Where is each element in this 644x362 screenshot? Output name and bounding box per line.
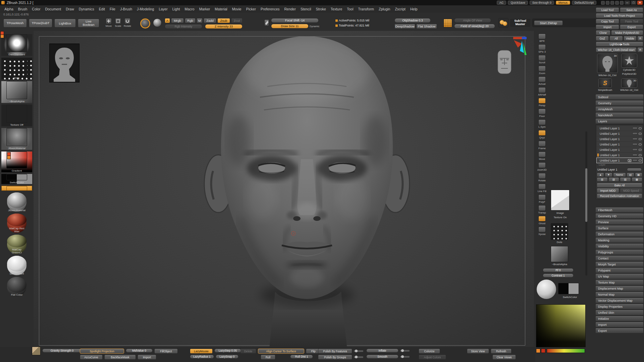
start-zwrap-button[interactable]: Start ZWrap (534, 20, 563, 25)
active-layer-name[interactable]: Untitled Layer 1 (597, 168, 626, 171)
make-polymesh3d-button[interactable]: Make PolyMesh3D (611, 30, 643, 35)
mrgb-button[interactable]: Mrgb (171, 18, 184, 23)
menu-item[interactable]: Movie (230, 5, 244, 13)
midvalue-slider[interactable]: MidValue 0 (126, 349, 153, 353)
palette-section[interactable]: Deformation (596, 232, 643, 237)
goz-button[interactable]: GoZ (596, 36, 609, 41)
roll-button[interactable]: Roll (261, 355, 275, 360)
palette-section[interactable]: Initialize (596, 316, 643, 321)
gravity-strength-slider[interactable]: Gravity Strength 0 (42, 349, 82, 353)
backfacemask-button[interactable]: BackfaceMask (104, 355, 136, 360)
faceplane-icon[interactable] (497, 50, 512, 74)
shelf-thumbnail[interactable] (6, 105, 27, 123)
layer-intensity-slider[interactable] (632, 148, 638, 151)
refresh-button[interactable]: Refresh (491, 349, 512, 354)
right-shelf-button[interactable]: Rotate (538, 173, 546, 182)
colorize-button[interactable]: Colorize (419, 349, 440, 354)
sculpt-canvas[interactable] (34, 31, 534, 347)
flatshadow-button[interactable]: Flat Shadow (416, 24, 437, 29)
palette-section[interactable]: Surface (596, 226, 643, 231)
fillobject-button[interactable]: FillObject (154, 349, 178, 354)
palette-section[interactable]: Masking (596, 238, 643, 243)
layer-intensity-slider[interactable] (632, 154, 638, 156)
palette-section[interactable]: Morph Target (596, 262, 643, 267)
close-button[interactable]: ✕ (637, 1, 643, 5)
axis-gizmo[interactable] (512, 36, 529, 60)
menu-item[interactable]: Render (282, 5, 298, 13)
palette-section[interactable]: Polypaint (596, 268, 643, 273)
spotlight-projection-button[interactable]: Spotlight Projection (80, 349, 124, 354)
copy-tool-button[interactable]: Copy Tool (596, 19, 619, 24)
shelf-item[interactable]: ~BrushAlpha (1, 81, 32, 103)
layer-intensity-slider[interactable] (632, 143, 638, 145)
menu-item[interactable]: Marker (197, 5, 213, 13)
zadd-button[interactable]: Zadd (204, 18, 216, 23)
shelf-item[interactable]: SwitchColor (1, 174, 32, 184)
panel-scrollbar[interactable] (585, 131, 587, 276)
layer-visibility-icon[interactable] (639, 143, 642, 145)
paste-tool-button[interactable]: Paste Tool (620, 19, 643, 24)
cylinder3d-thumbnail[interactable] (621, 54, 637, 68)
accucurve-button[interactable]: AccuCurve (80, 355, 103, 360)
menu-item[interactable]: Draw (63, 5, 76, 13)
menu-item[interactable]: J-Modeling (135, 5, 156, 13)
shelf-item[interactable]: Texture Off (1, 105, 32, 126)
zcut-button[interactable]: Zcut (231, 18, 243, 23)
shelf-thumbnail[interactable] (6, 152, 27, 169)
subtool-master-button[interactable]: SubTool Master (510, 19, 530, 27)
swatch-orange[interactable] (536, 349, 540, 353)
layer-row[interactable]: Untitled Layer 1 (597, 126, 642, 131)
layer-intensity-slider[interactable] (632, 132, 638, 135)
layer-up-button[interactable]: ▲ (597, 173, 604, 177)
smooth-slider[interactable]: Smooth (366, 355, 398, 359)
palette-section[interactable]: Vector Displacement Map (596, 298, 643, 303)
shelf-item[interactable]: Flat Color (7, 277, 26, 296)
palette-section[interactable]: UV Map (596, 274, 643, 279)
titlebar-icon[interactable] (620, 1, 624, 5)
smooth-track[interactable] (400, 356, 410, 358)
shelf-item[interactable]: JBasicMaterial (7, 192, 26, 212)
menu-item[interactable]: Brush (16, 5, 30, 13)
titlebar-button[interactable]: DefaultZScript (572, 1, 596, 5)
current-brush-icon[interactable] (140, 18, 150, 28)
palette-section[interactable]: Contact (596, 256, 643, 261)
right-shelf-button[interactable]: Zoom (538, 66, 546, 75)
save-as-button[interactable]: Save As (620, 7, 643, 12)
import-button[interactable]: Import (596, 24, 619, 29)
lightbox-button[interactable]: LightBox (54, 19, 76, 27)
layer-row[interactable]: Untitled Layer 1 (597, 153, 642, 158)
palette-section[interactable]: Display Properties (596, 304, 643, 309)
menu-item[interactable]: Light (170, 5, 182, 13)
menu-item[interactable]: Zscript (392, 5, 408, 13)
layer-merge-button[interactable]: ▧ (608, 177, 620, 182)
polish-by-features-button[interactable]: Polish By Features (318, 349, 352, 354)
gravity-image-thumbnail[interactable] (32, 347, 41, 355)
palette-section[interactable]: FiberMesh (596, 207, 643, 213)
right-shelf-button[interactable]: Scroll (538, 55, 546, 64)
palette-section[interactable]: Geometry HD (596, 214, 643, 219)
shelf-thumbnail[interactable] (6, 58, 27, 76)
titlebar-icon[interactable] (610, 1, 614, 5)
layer-visibility-icon[interactable] (639, 160, 642, 162)
load-tool-button[interactable]: Load Tool (596, 7, 619, 12)
shelf-item[interactable]: DamStandard (1, 34, 32, 56)
titlebar-icon[interactable] (615, 1, 619, 5)
witcher-tool-thumbnail[interactable]: 30 (621, 78, 637, 88)
lazymouse-button[interactable]: LazyMouse (190, 349, 213, 354)
right-shelf-button[interactable]: L.Sym (538, 119, 546, 128)
layer-intensity-slider[interactable] (632, 159, 638, 162)
right-shelf-button[interactable]: Frame (538, 141, 546, 150)
rf-slider[interactable]: Rf 0 (543, 268, 574, 272)
rgb-button[interactable]: Rgb (185, 18, 196, 23)
texture-image-thumbnail[interactable] (551, 190, 570, 210)
menu-item[interactable]: Dynamics (76, 5, 97, 13)
color-swatches[interactable] (558, 283, 579, 294)
texture-on-label[interactable]: Texture On (551, 216, 570, 219)
palette-section[interactable]: Polygroups (596, 250, 643, 255)
layer-name-button[interactable]: Name (613, 173, 626, 177)
menu-item[interactable]: Texture (328, 5, 344, 13)
layer-row[interactable]: Untitled Layer 1 (597, 136, 642, 141)
right-shelf-button[interactable]: Actual (538, 76, 546, 85)
shelf-thumbnail[interactable] (7, 192, 26, 208)
stroke-thumbnail[interactable] (551, 223, 568, 240)
